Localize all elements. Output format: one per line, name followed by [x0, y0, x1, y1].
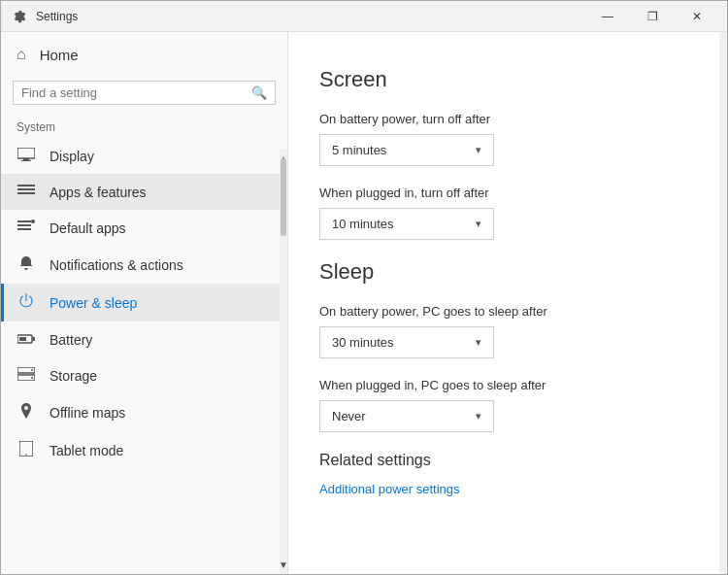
sidebar-item-power[interactable]: Power & sleep: [1, 284, 287, 321]
screen-plugged-label: When plugged in, turn off after: [319, 186, 688, 200]
screen-battery-arrow: ▾: [476, 144, 481, 156]
svg-rect-6: [17, 220, 31, 222]
system-label: System: [1, 113, 287, 138]
svg-rect-3: [17, 185, 35, 186]
svg-rect-2: [21, 160, 31, 161]
sleep-battery-arrow: ▾: [476, 336, 481, 349]
notifications-icon: [17, 255, 36, 274]
power-icon: [17, 293, 36, 312]
sidebar-item-apps[interactable]: Apps & features: [1, 174, 287, 210]
related-settings-section: Related settings Additional power settin…: [319, 452, 688, 496]
title-bar-left: Settings: [13, 9, 78, 24]
related-settings-title: Related settings: [319, 452, 688, 469]
sleep-plugged-label: When plugged in, PC goes to sleep after: [319, 378, 688, 392]
home-icon: ⌂: [17, 46, 26, 63]
additional-power-settings-link[interactable]: Additional power settings: [319, 482, 460, 496]
screen-section: Screen On battery power, turn off after …: [319, 67, 688, 240]
sidebar-item-home[interactable]: ⌂ Home: [1, 32, 287, 77]
sleep-battery-dropdown[interactable]: 30 minutes ▾: [319, 326, 494, 358]
offline-maps-label: Offline maps: [50, 405, 125, 421]
content-area: ⌂ Home 🔍 System: [1, 32, 727, 574]
battery-label: Battery: [50, 332, 92, 348]
screen-plugged-value: 10 minutes: [332, 217, 394, 231]
screen-title: Screen: [319, 67, 688, 92]
sleep-battery-value: 30 minutes: [332, 335, 394, 350]
sidebar-item-default-apps[interactable]: Default apps: [1, 210, 287, 246]
screen-plugged-arrow: ▾: [476, 218, 481, 230]
window-title: Settings: [36, 10, 78, 23]
screen-battery-value: 5 minutes: [332, 143, 386, 157]
tablet-label: Tablet mode: [50, 443, 123, 458]
svg-point-9: [31, 220, 35, 223]
screen-battery-label: On battery power, turn off after: [319, 112, 688, 126]
svg-point-15: [31, 369, 33, 371]
svg-rect-1: [23, 158, 29, 160]
battery-icon: [17, 331, 36, 348]
main-content: Screen On battery power, turn off after …: [288, 32, 719, 574]
screen-battery-dropdown[interactable]: 5 minutes ▾: [319, 134, 494, 166]
storage-icon: [17, 367, 36, 384]
search-input[interactable]: [21, 85, 251, 100]
search-box[interactable]: 🔍: [13, 81, 276, 105]
sleep-plugged-value: Never: [332, 409, 366, 423]
title-bar: Settings — ❐ ✕: [1, 1, 727, 32]
apps-icon: [17, 184, 36, 200]
maximize-button[interactable]: ❐: [630, 1, 675, 32]
display-icon: [17, 148, 36, 164]
svg-rect-4: [17, 188, 35, 190]
svg-rect-5: [17, 192, 35, 194]
sleep-plugged-dropdown[interactable]: Never ▾: [319, 400, 494, 432]
sleep-plugged-arrow: ▾: [476, 410, 481, 423]
sidebar-item-battery[interactable]: Battery: [1, 321, 287, 357]
tablet-icon: [17, 441, 36, 459]
minimize-button[interactable]: —: [585, 1, 630, 32]
sleep-section: Sleep On battery power, PC goes to sleep…: [319, 259, 688, 432]
svg-rect-11: [33, 337, 36, 341]
svg-point-16: [31, 377, 33, 379]
default-apps-icon: [17, 220, 36, 236]
notifications-label: Notifications & actions: [50, 257, 183, 273]
screen-plugged-dropdown[interactable]: 10 minutes ▾: [319, 208, 494, 240]
settings-gear-icon: [13, 9, 28, 24]
sidebar-item-notifications[interactable]: Notifications & actions: [1, 246, 287, 284]
svg-rect-8: [17, 228, 31, 230]
offline-maps-icon: [17, 403, 36, 422]
display-label: Display: [50, 149, 94, 164]
sidebar-item-offline-maps[interactable]: Offline maps: [1, 393, 287, 431]
settings-window: Settings — ❐ ✕ ⌂ Home 🔍 System: [0, 0, 728, 575]
svg-rect-0: [17, 148, 35, 158]
sidebar-item-storage[interactable]: Storage: [1, 357, 287, 393]
nav-list: Display Apps & features: [1, 138, 287, 574]
home-label: Home: [40, 47, 79, 63]
sidebar-scrollbar[interactable]: ▲ ▼: [280, 149, 287, 574]
svg-rect-7: [17, 224, 31, 226]
svg-point-18: [25, 454, 27, 456]
storage-label: Storage: [50, 368, 97, 384]
sleep-title: Sleep: [319, 259, 688, 285]
sleep-battery-label: On battery power, PC goes to sleep after: [319, 304, 688, 319]
apps-label: Apps & features: [50, 185, 147, 200]
sidebar: ⌂ Home 🔍 System: [1, 32, 288, 574]
sidebar-item-display[interactable]: Display: [1, 138, 287, 174]
power-label: Power & sleep: [50, 295, 137, 311]
main-scrollbar[interactable]: [719, 32, 727, 574]
sidebar-item-tablet[interactable]: Tablet mode: [1, 431, 287, 469]
scrollbar-thumb[interactable]: [281, 158, 286, 236]
scroll-down-arrow[interactable]: ▼: [280, 555, 287, 574]
title-bar-controls: — ❐ ✕: [585, 1, 719, 32]
close-button[interactable]: ✕: [675, 1, 719, 32]
search-icon[interactable]: 🔍: [251, 85, 267, 100]
svg-rect-12: [19, 337, 26, 341]
default-apps-label: Default apps: [50, 220, 126, 236]
